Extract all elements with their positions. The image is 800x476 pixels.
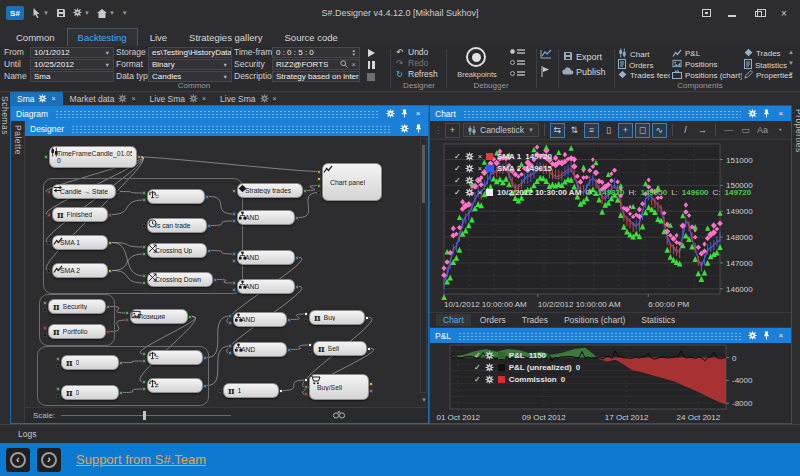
chevron-down-icon[interactable]: ▼ [220,74,228,80]
input-port[interactable] [56,394,60,398]
visibility-check[interactable]: ✓ [454,152,461,161]
save-button[interactable] [56,8,66,18]
visibility-check[interactable]: ✓ [474,363,481,372]
output-port[interactable] [108,213,112,217]
input-port[interactable] [47,213,51,217]
field-from[interactable]: 10/1/2012▼ [30,47,114,58]
stop-button[interactable] [364,71,378,82]
visibility-check[interactable]: ✓ [474,351,481,360]
input-port[interactable] [304,392,308,396]
close-icon[interactable]: × [478,176,482,185]
output-port[interactable] [287,348,291,352]
play-button[interactable] [364,47,378,58]
field-name[interactable]: Sma [30,71,114,82]
chart-mini-icon[interactable] [540,49,552,61]
input-port[interactable] [125,311,129,315]
visibility-check[interactable]: ✓ [454,188,461,197]
input-port[interactable] [304,319,308,323]
output-port[interactable] [119,361,123,365]
chart-panel-header[interactable]: Chart × [430,106,791,121]
output-port[interactable] [108,269,112,273]
diagram-node-portfolio[interactable]: πPortfolio [48,324,106,339]
new-area-button[interactable]: ▯ [601,123,616,138]
output-port[interactable] [203,384,207,388]
gear-icon[interactable] [485,351,494,360]
prev-tip-button[interactable]: ‹ [6,448,30,472]
output-port[interactable] [295,285,299,289]
output-port[interactable] [295,216,299,220]
next-tip-button[interactable]: › [37,448,61,472]
field-security[interactable]: RIZ2@FORTS× [272,59,360,70]
input-port[interactable] [308,343,312,347]
close-icon[interactable]: × [478,152,482,161]
ribbon-tab-common[interactable]: Common [6,29,65,46]
input-port[interactable] [317,184,321,188]
scale-slider[interactable] [61,415,231,416]
support-link[interactable]: Support from S#.Team [76,452,206,467]
input-port[interactable] [43,326,47,330]
input-port[interactable] [218,389,222,393]
pnl-panel-header[interactable]: P&L × [430,328,791,343]
close-icon[interactable]: × [51,95,55,102]
input-port[interactable] [142,359,146,363]
doc-tab-live-sma[interactable]: Live Sma× [213,92,284,105]
diagram-node-finished[interactable]: πFinished [52,207,108,222]
hline-tool-button[interactable]: — [721,123,736,138]
output-port[interactable] [106,305,110,309]
close-icon[interactable]: × [413,109,423,118]
input-port[interactable] [304,312,308,316]
gear-icon[interactable] [38,94,47,104]
tooltip-button[interactable]: ◻ [635,123,650,138]
ribbon-tab-source-code[interactable]: Source code [275,29,348,46]
diagram-node-timeframecandle-01-05-0[interactable]: TimeFrameCandle_01.05.00 [49,146,137,168]
gear-icon[interactable] [118,94,127,104]
breakpoint-clear-button[interactable] [510,71,525,76]
indicator-button[interactable]: ∿ [652,123,667,138]
input-port[interactable] [43,301,47,305]
diagram-node-sma-1[interactable]: SMA 1 [52,235,108,250]
component-properties[interactable]: Properties [744,70,796,81]
input-port[interactable] [228,314,232,318]
gear-icon[interactable] [465,152,474,161]
run-flag-icon[interactable] [541,66,550,79]
field-until[interactable]: 10/25/2012▼ [30,59,114,70]
output-port[interactable] [207,224,211,228]
gear-icon[interactable] [465,176,474,185]
diagram-node-1[interactable]: π1 [223,383,279,398]
input-port[interactable] [47,190,51,194]
input-port[interactable] [142,281,146,285]
diagram-node--[interactable]: ≠ [147,378,203,393]
designer-panel-header[interactable]: Designer [25,121,428,136]
input-port[interactable] [43,308,47,312]
gear-icon[interactable] [465,164,474,173]
field-data-type[interactable]: Candles▼ [148,71,232,82]
series-type-combo[interactable]: Candlestick ▼ [463,123,539,137]
schemas-tab[interactable]: Schemas [0,96,10,135]
ribbon-tab-strategies-gallery[interactable]: Strategies gallery [179,29,272,46]
diagram-node-and[interactable]: AND [237,279,295,294]
gear-icon[interactable] [748,109,758,118]
pan-mode-button[interactable]: ⇆ [550,123,565,138]
logs-tab[interactable]: Logs [18,429,36,439]
gear-icon[interactable] [260,94,269,104]
input-port[interactable] [142,224,146,228]
visibility-check[interactable]: ✓ [474,375,481,384]
minimize-button[interactable] [720,4,744,22]
pin-icon[interactable] [762,109,772,118]
close-icon[interactable]: × [478,164,482,173]
add-series-button[interactable]: + [445,123,460,138]
output-port[interactable] [279,389,283,393]
breakpoint-list-button[interactable] [510,49,525,54]
input-port[interactable] [228,321,232,325]
diagram-node-buy[interactable]: πBuy [309,310,365,325]
doc-tab-market-data[interactable]: Market data× [63,92,143,105]
gear-icon[interactable] [485,363,494,372]
export-button[interactable]: Export [562,51,602,63]
diagram-node-crossing-up[interactable]: Crossing Up [147,243,207,258]
doc-tab-sma[interactable]: Sma× [10,92,63,105]
drag-handle[interactable]: ⋮ [434,126,442,135]
output-port[interactable] [203,356,207,360]
input-port[interactable] [317,191,321,195]
close-icon[interactable]: × [776,109,786,118]
input-port[interactable] [43,333,47,337]
